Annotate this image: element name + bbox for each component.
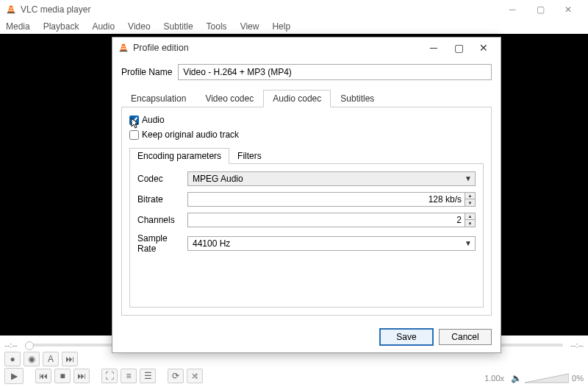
menu-help[interactable]: Help xyxy=(272,21,290,32)
save-button[interactable]: Save xyxy=(380,329,433,345)
shuffle-button[interactable]: ⤨ xyxy=(187,369,203,383)
bitrate-spinner[interactable]: ▲▼ xyxy=(465,192,476,207)
volume-percent: 0% xyxy=(572,374,584,383)
keep-original-checkbox[interactable] xyxy=(129,130,139,140)
tab-audio-codec[interactable]: Audio codec xyxy=(263,90,331,107)
codec-label: Codec xyxy=(137,174,187,184)
svg-rect-3 xyxy=(120,51,128,52)
channels-spinner[interactable]: ▲▼ xyxy=(465,213,476,227)
menu-media[interactable]: Media xyxy=(6,21,30,32)
loop-button[interactable]: ⟳ xyxy=(168,369,184,383)
profile-name-input[interactable] xyxy=(178,64,492,80)
record-toolbar: ● ◉ A ⏭ xyxy=(4,352,78,366)
main-close-button[interactable]: ✕ xyxy=(554,0,582,19)
top-tabs: Encapsulation Video codec Audio codec Su… xyxy=(121,89,492,107)
svg-rect-1 xyxy=(10,7,12,8)
extended-settings-button[interactable]: ≡ xyxy=(121,369,137,383)
playlist-button[interactable]: ☰ xyxy=(140,369,156,383)
tab-video-codec[interactable]: Video codec xyxy=(196,90,263,107)
chevron-down-icon: ▼ xyxy=(465,174,472,182)
vlc-cone-icon xyxy=(118,43,129,53)
main-window-titlebar: VLC media player ─ ▢ ✕ xyxy=(0,0,588,19)
sub-tabs: Encoding parameters Filters xyxy=(129,147,484,164)
dialog-minimize-button[interactable]: ─ xyxy=(421,39,446,57)
sample-rate-label: Sample Rate xyxy=(137,233,187,254)
main-menubar: Media Playback Audio Video Subtitle Tool… xyxy=(0,19,588,34)
menu-subtitle[interactable]: Subtitle xyxy=(164,21,193,32)
sample-rate-value: 44100 Hz xyxy=(193,238,230,249)
subtab-encoding-parameters[interactable]: Encoding parameters xyxy=(129,148,229,164)
total-time: --:-- xyxy=(567,341,584,349)
menu-video[interactable]: Video xyxy=(128,21,150,32)
svg-rect-2 xyxy=(9,10,12,10)
main-window-title: VLC media player xyxy=(21,4,90,15)
audio-checkbox[interactable] xyxy=(129,116,139,125)
tab-subtitles[interactable]: Subtitles xyxy=(331,90,384,107)
codec-select[interactable]: MPEG Audio ▼ xyxy=(187,171,476,186)
next-button[interactable]: ⏭ xyxy=(74,369,90,383)
profile-edition-dialog: Profile edition ─ ▢ ✕ Profile Name Encap… xyxy=(112,37,501,353)
menu-view[interactable]: View xyxy=(240,21,259,32)
previous-button[interactable]: ⏮ xyxy=(35,369,51,383)
audio-codec-tab-panel: Audio Keep original audio track Encoding… xyxy=(121,107,492,316)
keep-original-label: Keep original audio track xyxy=(142,129,239,140)
dialog-maximize-button[interactable]: ▢ xyxy=(446,39,471,57)
channels-value: 2 xyxy=(456,215,462,225)
volume-slider[interactable] xyxy=(525,373,569,383)
tab-encapsulation[interactable]: Encapsulation xyxy=(121,90,196,107)
bitrate-label: Bitrate xyxy=(137,194,187,205)
elapsed-time: --:-- xyxy=(4,341,21,349)
profile-name-label: Profile Name xyxy=(121,67,172,77)
dialog-title: Profile edition xyxy=(133,43,189,53)
svg-rect-5 xyxy=(121,48,125,49)
main-maximize-button[interactable]: ▢ xyxy=(526,0,554,19)
encoding-parameters-panel: Codec MPEG Audio ▼ Bitrate 128 kb/s xyxy=(129,164,484,308)
dialog-titlebar[interactable]: Profile edition ─ ▢ ✕ xyxy=(112,38,501,58)
sample-rate-select[interactable]: 44100 Hz ▼ xyxy=(187,236,476,251)
chevron-down-icon: ▼ xyxy=(465,239,472,247)
bitrate-value: 128 kb/s xyxy=(429,194,462,205)
play-button[interactable]: ▶ xyxy=(4,368,24,384)
playback-toolbar: ▶ ⏮ ■ ⏭ ⛶ ≡ ☰ ⟳ ⤨ xyxy=(4,368,203,384)
frame-step-button[interactable]: ⏭ xyxy=(62,352,78,366)
svg-rect-0 xyxy=(7,13,15,14)
cancel-button[interactable]: Cancel xyxy=(439,329,492,345)
snapshot-button[interactable]: ◉ xyxy=(24,352,40,366)
playback-speed[interactable]: 1.00x xyxy=(481,372,508,384)
vlc-cone-icon xyxy=(6,4,16,15)
mute-icon[interactable]: 🔈 xyxy=(511,373,522,383)
audio-checkbox-label: Audio xyxy=(142,115,165,125)
fullscreen-button[interactable]: ⛶ xyxy=(101,369,118,383)
svg-rect-4 xyxy=(122,46,125,46)
ab-loop-a-button[interactable]: A xyxy=(43,352,59,366)
record-button[interactable]: ● xyxy=(4,352,21,366)
codec-value: MPEG Audio xyxy=(193,174,243,184)
channels-label: Channels xyxy=(137,215,187,225)
stop-button[interactable]: ■ xyxy=(54,369,71,383)
channels-input[interactable]: 2 xyxy=(187,213,465,227)
main-minimize-button[interactable]: ─ xyxy=(498,0,526,19)
menu-playback[interactable]: Playback xyxy=(43,21,79,32)
bitrate-input[interactable]: 128 kb/s xyxy=(187,192,465,207)
dialog-close-button[interactable]: ✕ xyxy=(471,39,496,57)
subtab-filters[interactable]: Filters xyxy=(229,148,270,164)
menu-audio[interactable]: Audio xyxy=(92,21,115,32)
menu-tools[interactable]: Tools xyxy=(207,21,227,32)
